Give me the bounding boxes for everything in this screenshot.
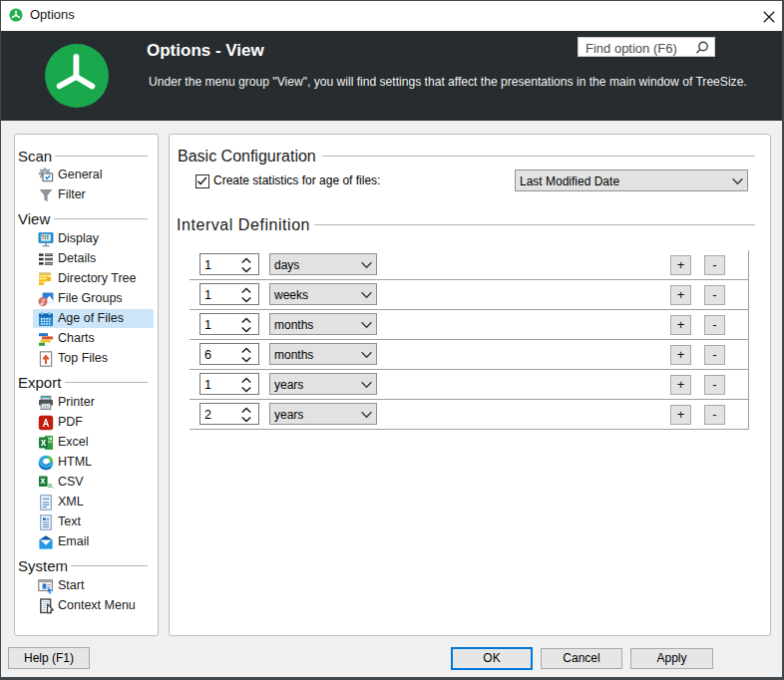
svg-text:<>: <>	[43, 497, 48, 501]
svg-text:a,: a,	[48, 481, 54, 490]
